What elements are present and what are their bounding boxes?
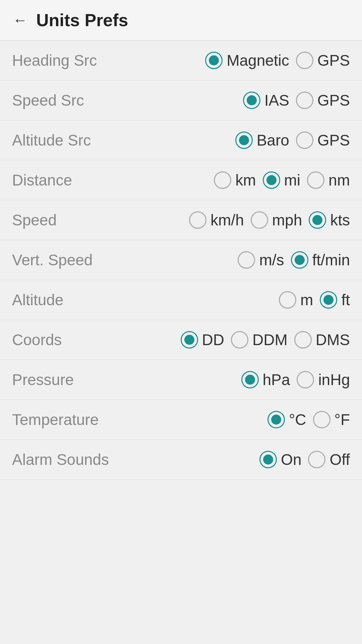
radio-option-altitude-src-gps[interactable]: GPS (296, 131, 350, 149)
header: ← Units Prefs (0, 0, 362, 41)
pref-label-altitude: Altitude (12, 291, 63, 309)
radio-option-altitude-ft[interactable]: ft (320, 291, 350, 309)
radio-label-distance-mi: mi (284, 171, 301, 189)
radio-dot-coords-dd (184, 335, 194, 345)
radio-label-alarm-sounds-off: Off (329, 450, 350, 469)
radio-circle-coords-dd (181, 331, 198, 348)
radio-label-altitude-src-gps: GPS (317, 131, 350, 149)
radio-option-temperature-fahrenheit[interactable]: °F (313, 411, 350, 429)
radio-option-alarm-sounds-off[interactable]: Off (308, 450, 350, 469)
pref-label-heading-src: Heading Src (12, 51, 97, 69)
radio-circle-speed-src-ias (243, 92, 260, 109)
radio-option-temperature-celsius[interactable]: °C (267, 411, 306, 429)
radio-option-heading-src-magnetic[interactable]: Magnetic (205, 51, 289, 69)
pref-row-pressure: PressurehPainHg (0, 360, 362, 400)
back-arrow-icon: ← (13, 13, 27, 28)
pref-label-altitude-src: Altitude Src (12, 131, 91, 149)
pref-options-pressure: hPainHg (241, 371, 350, 389)
radio-option-speed-kmh[interactable]: km/h (189, 211, 244, 229)
radio-circle-coords-dms (294, 331, 312, 348)
pref-options-altitude-src: BaroGPS (235, 131, 350, 149)
radio-label-coords-dms: DMS (316, 331, 350, 349)
radio-option-pressure-inhg[interactable]: inHg (297, 371, 350, 389)
radio-option-pressure-hpa[interactable]: hPa (241, 371, 290, 389)
pref-label-speed-src: Speed Src (12, 91, 84, 109)
radio-option-speed-src-gps[interactable]: GPS (296, 91, 350, 109)
pref-label-temperature: Temperature (12, 411, 99, 429)
radio-circle-heading-src-magnetic (205, 52, 223, 69)
radio-dot-heading-src-magnetic (209, 55, 219, 65)
radio-option-alarm-sounds-on[interactable]: On (259, 450, 301, 469)
radio-option-coords-dms[interactable]: DMS (294, 331, 350, 349)
content: Heading SrcMagneticGPSSpeed SrcIASGPSAlt… (0, 41, 362, 480)
pref-label-speed: Speed (12, 211, 57, 229)
back-button[interactable]: ← (9, 9, 31, 31)
radio-option-vert-speed-ms[interactable]: m/s (238, 251, 284, 269)
radio-dot-alarm-sounds-on (263, 454, 273, 465)
radio-circle-pressure-inhg (297, 371, 314, 388)
radio-option-distance-mi[interactable]: mi (263, 171, 301, 189)
page-title: Units Prefs (36, 10, 128, 30)
radio-label-pressure-inhg: inHg (318, 371, 350, 389)
radio-label-speed-mph: mph (272, 211, 302, 229)
radio-label-distance-nm: nm (328, 171, 350, 189)
radio-dot-speed-kts (312, 215, 322, 225)
pref-options-vert-speed: m/sft/min (238, 251, 350, 269)
radio-option-distance-km[interactable]: km (214, 171, 256, 189)
pref-options-distance: kmminm (214, 171, 350, 189)
radio-option-speed-mph[interactable]: mph (251, 211, 302, 229)
radio-option-distance-nm[interactable]: nm (307, 171, 350, 189)
radio-label-vert-speed-ms: m/s (259, 251, 284, 269)
radio-label-speed-kts: kts (330, 211, 350, 229)
radio-option-coords-dd[interactable]: DD (181, 331, 224, 349)
radio-label-temperature-fahrenheit: °F (335, 411, 350, 429)
radio-option-speed-src-ias[interactable]: IAS (243, 91, 289, 109)
pref-options-heading-src: MagneticGPS (205, 51, 350, 69)
radio-dot-speed-src-ias (247, 95, 257, 105)
pref-options-coords: DDDDMDMS (181, 331, 350, 349)
radio-label-vert-speed-ftmin: ft/min (312, 251, 350, 269)
pref-row-alarm-sounds: Alarm SoundsOnOff (0, 440, 362, 480)
pref-row-altitude-src: Altitude SrcBaroGPS (0, 120, 362, 160)
pref-options-speed-src: IASGPS (243, 91, 350, 109)
radio-circle-speed-kmh (189, 211, 206, 229)
radio-option-heading-src-gps[interactable]: GPS (296, 51, 350, 69)
radio-circle-distance-mi (263, 171, 280, 189)
pref-row-altitude: Altitudemft (0, 280, 362, 320)
radio-circle-vert-speed-ms (238, 251, 255, 269)
radio-label-alarm-sounds-on: On (281, 450, 301, 469)
radio-option-coords-ddm[interactable]: DDM (231, 331, 288, 349)
radio-circle-altitude-src-gps (296, 131, 313, 149)
radio-option-altitude-m[interactable]: m (279, 291, 313, 309)
radio-dot-distance-mi (266, 175, 277, 185)
radio-circle-temperature-fahrenheit (313, 411, 330, 428)
radio-label-altitude-src-baro: Baro (257, 131, 289, 149)
radio-circle-speed-kts (309, 211, 326, 229)
pref-label-vert-speed: Vert. Speed (12, 251, 93, 269)
pref-options-speed: km/hmphkts (189, 211, 350, 229)
radio-circle-heading-src-gps (296, 52, 313, 69)
radio-label-distance-km: km (235, 171, 256, 189)
pref-options-alarm-sounds: OnOff (259, 450, 350, 469)
radio-circle-altitude-ft (320, 291, 337, 309)
radio-dot-temperature-celsius (271, 415, 281, 425)
pref-row-speed: Speedkm/hmphkts (0, 200, 362, 240)
radio-label-coords-dd: DD (202, 331, 224, 349)
radio-label-heading-src-magnetic: Magnetic (227, 51, 289, 69)
radio-dot-altitude-src-baro (239, 135, 249, 145)
pref-options-altitude: mft (279, 291, 350, 309)
radio-dot-vert-speed-ftmin (295, 255, 305, 265)
radio-circle-vert-speed-ftmin (291, 251, 308, 269)
radio-circle-coords-ddm (231, 331, 248, 348)
pref-row-temperature: Temperature°C°F (0, 400, 362, 440)
pref-row-speed-src: Speed SrcIASGPS (0, 80, 362, 120)
radio-label-speed-src-ias: IAS (264, 91, 289, 109)
pref-row-heading-src: Heading SrcMagneticGPS (0, 41, 362, 80)
radio-circle-altitude-m (279, 291, 296, 309)
radio-option-altitude-src-baro[interactable]: Baro (235, 131, 289, 149)
radio-option-speed-kts[interactable]: kts (309, 211, 350, 229)
radio-label-pressure-hpa: hPa (263, 371, 290, 389)
radio-label-coords-ddm: DDM (252, 331, 288, 349)
radio-option-vert-speed-ftmin[interactable]: ft/min (291, 251, 350, 269)
radio-label-altitude-m: m (300, 291, 313, 309)
